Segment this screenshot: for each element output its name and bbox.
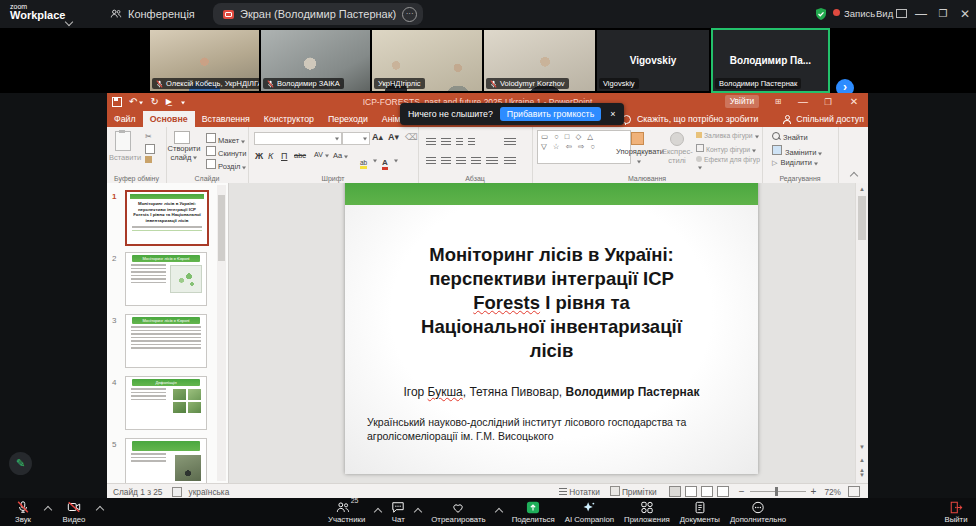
scrollbar-thumb[interactable] xyxy=(858,196,866,240)
notification-close-icon[interactable]: × xyxy=(608,109,615,119)
notes-button[interactable]: Нотатки xyxy=(569,487,600,497)
spellcheck-icon[interactable] xyxy=(172,487,182,497)
video-options-chevron[interactable] xyxy=(96,506,104,514)
reset-button[interactable]: Скинути xyxy=(206,146,246,158)
leave-button[interactable]: Выйти xyxy=(938,498,974,526)
collapse-ribbon-icon[interactable] xyxy=(850,172,858,180)
layout-button[interactable]: Макет xyxy=(206,133,245,145)
shape-fill-button[interactable]: Заливка фігури xyxy=(696,132,759,139)
change-case-button[interactable]: Aa xyxy=(333,151,348,160)
font-name-select[interactable] xyxy=(254,132,342,145)
react-button[interactable]: Отреагировать xyxy=(431,498,485,526)
paste-label[interactable]: Вставити xyxy=(109,153,139,162)
view-slideshow-icon[interactable] xyxy=(717,486,729,497)
view-label[interactable]: Вид xyxy=(876,8,893,19)
columns-icon[interactable] xyxy=(504,152,521,170)
shrink-font-icon[interactable]: A▾ xyxy=(388,132,399,142)
increase-volume-button[interactable]: Прибавить громкость xyxy=(500,107,601,121)
previous-slide-icon[interactable]: ▲▲ xyxy=(857,455,867,465)
font-size-select[interactable] xyxy=(342,132,370,145)
slide-thumbnail-1[interactable]: Моніторинг лісів в Україні: перспективи … xyxy=(125,190,209,246)
text-direction-icon[interactable] xyxy=(504,133,521,151)
sign-in-button[interactable]: Увійти xyxy=(725,95,759,108)
participants-button[interactable]: 25 Участники xyxy=(328,498,365,526)
ppt-minimize-button[interactable]: — xyxy=(792,93,814,111)
video-tile[interactable]: Volodymyr Korzhov xyxy=(484,30,595,91)
workspace-chevron-icon[interactable] xyxy=(66,11,72,29)
participants-chevron[interactable] xyxy=(374,508,382,516)
fit-to-window-icon[interactable] xyxy=(848,486,860,497)
copy-icon[interactable] xyxy=(145,144,155,154)
strikethrough-button[interactable]: abc xyxy=(294,151,306,160)
audio-options-chevron[interactable] xyxy=(44,506,52,514)
scroll-up-icon[interactable]: ▲ xyxy=(857,184,867,194)
highlight-color-button[interactable]: ab xyxy=(360,151,377,169)
share-screen-button[interactable]: Поделиться xyxy=(512,498,555,526)
find-button[interactable]: Знайти xyxy=(772,132,808,142)
format-painter-icon[interactable] xyxy=(145,156,152,163)
save-icon[interactable] xyxy=(112,97,122,107)
ppt-restore-button[interactable]: ❐ xyxy=(817,93,839,111)
qat-customize-icon[interactable] xyxy=(181,101,185,106)
italic-button[interactable]: К xyxy=(268,151,273,161)
view-reading-icon[interactable] xyxy=(701,486,713,497)
tab-screen-share[interactable]: Экран (Володимир Пастернак) ··· xyxy=(213,3,423,25)
ribbon-display-options-icon[interactable]: ⊞ xyxy=(767,93,789,111)
current-slide[interactable]: Моніторинг лісів в Україні: перспективи … xyxy=(345,183,758,474)
grow-font-icon[interactable]: A▴ xyxy=(372,132,383,142)
view-grid-icon[interactable] xyxy=(896,9,907,18)
video-button[interactable]: Видео xyxy=(56,498,92,526)
redo-icon[interactable]: ↻ xyxy=(150,95,158,109)
cut-icon[interactable]: ✂ xyxy=(145,132,152,141)
clear-format-icon[interactable]: ⌫ xyxy=(405,132,418,142)
thumbnail-scrollbar[interactable] xyxy=(217,185,226,481)
ai-companion-button[interactable]: AI Companion xyxy=(565,498,614,526)
react-chevron[interactable] xyxy=(494,508,502,516)
annotate-button[interactable]: ✎ xyxy=(9,452,32,475)
video-tile-active-speaker[interactable]: Володимир Па... Володимир Пастернак xyxy=(711,28,830,93)
video-tile[interactable]: Володимир ЗАІКА xyxy=(261,30,370,91)
font-color-button[interactable]: A xyxy=(382,151,398,170)
slide-scrollbar[interactable]: ▲ ▼ ▲▲ ▼▼ xyxy=(855,183,868,483)
slide-institution-text[interactable]: Український науково-дослідний інститут л… xyxy=(345,415,758,443)
zoom-slider[interactable] xyxy=(750,491,806,493)
shape-outline-button[interactable]: Контур фігури xyxy=(696,144,756,153)
replace-button[interactable]: Замінити xyxy=(772,145,822,157)
zoom-out-button[interactable]: − xyxy=(739,486,745,497)
new-slide-button[interactable]: Створити слайд xyxy=(166,145,202,162)
language-label[interactable]: українська xyxy=(189,487,230,497)
undo-icon[interactable]: ↶ xyxy=(129,95,143,109)
tab-home[interactable]: Основне xyxy=(143,111,195,127)
section-button[interactable]: Розділ xyxy=(206,159,246,171)
security-shield-icon[interactable] xyxy=(814,7,828,21)
paste-button[interactable] xyxy=(115,131,131,151)
zoom-percentage[interactable]: 72% xyxy=(824,487,841,497)
tab-more-icon[interactable]: ··· xyxy=(402,7,417,22)
slideshow-icon[interactable]: ▶̲ xyxy=(166,95,172,109)
scroll-down-icon[interactable]: ▼ xyxy=(857,442,867,452)
tab-transitions[interactable]: Переходи xyxy=(321,111,375,127)
zoom-in-button[interactable]: + xyxy=(811,486,817,497)
bold-button[interactable]: Ж xyxy=(255,151,263,161)
view-normal-icon[interactable] xyxy=(669,486,681,497)
video-tile[interactable]: Олексій Кобець, УкрНДІЛГА xyxy=(150,30,259,91)
tab-insert[interactable]: Вставлення xyxy=(195,111,257,127)
tab-file[interactable]: Файл xyxy=(107,111,143,127)
video-tile[interactable]: УкрНДІгірліс xyxy=(372,30,482,91)
quick-styles-button[interactable]: Експрес-стилі xyxy=(662,147,692,165)
slide-authors-text[interactable]: Ігор Букша, Тетяна Пивовар, Володимир Па… xyxy=(345,385,758,399)
slide-thumbnail-4[interactable]: Дефоліація xyxy=(125,376,207,430)
chat-chevron[interactable] xyxy=(414,508,422,516)
char-spacing-button[interactable]: AV xyxy=(314,151,329,158)
slide-thumbnail-5[interactable] xyxy=(125,438,207,483)
shape-effects-button[interactable]: Ефекти для фігур xyxy=(696,156,762,170)
arrange-button[interactable]: Упорядкувати xyxy=(616,147,660,165)
slide-title-text[interactable]: Моніторинг лісів в Україні: перспективи … xyxy=(345,243,758,363)
slide-thumbnail-2[interactable]: Моніторинг лісів в Європі xyxy=(125,252,207,306)
video-tile[interactable]: Vigovskiy Vigovskiy xyxy=(597,30,709,91)
documents-button[interactable]: Документы xyxy=(680,498,720,526)
select-button[interactable]: ▷Виділити xyxy=(772,158,818,167)
view-sorter-icon[interactable] xyxy=(685,486,697,497)
window-close-button[interactable]: ✕ xyxy=(952,0,976,28)
chat-button[interactable]: Чат xyxy=(391,498,405,526)
